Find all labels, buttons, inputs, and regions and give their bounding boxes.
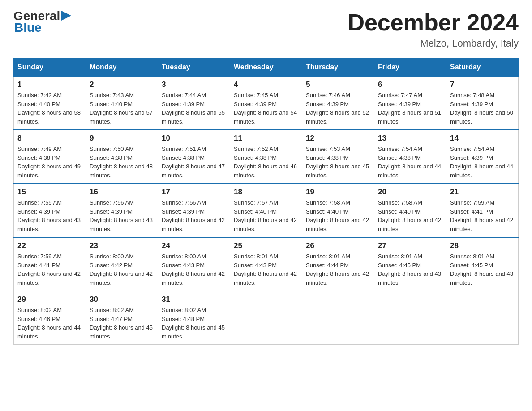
- logo-triangle-icon: [61, 11, 71, 21]
- day-number: 9: [90, 134, 154, 143]
- day-info: Sunrise: 8:02 AMSunset: 4:47 PMDaylight:…: [90, 306, 154, 341]
- day-info: Sunrise: 7:56 AMSunset: 4:39 PMDaylight:…: [90, 198, 154, 233]
- calendar-cell: 30 Sunrise: 8:02 AMSunset: 4:47 PMDaylig…: [86, 291, 158, 345]
- calendar-cell: 13 Sunrise: 7:54 AMSunset: 4:38 PMDaylig…: [374, 130, 446, 184]
- calendar-cell: 14 Sunrise: 7:54 AMSunset: 4:39 PMDaylig…: [446, 130, 519, 184]
- day-info: Sunrise: 7:58 AMSunset: 4:40 PMDaylight:…: [306, 198, 370, 233]
- logo: General Blue: [13, 9, 71, 35]
- calendar-cell: 21 Sunrise: 7:59 AMSunset: 4:41 PMDaylig…: [446, 184, 519, 237]
- day-info: Sunrise: 7:59 AMSunset: 4:41 PMDaylight:…: [17, 252, 82, 287]
- day-number: 17: [162, 188, 226, 197]
- calendar-week-row: 15 Sunrise: 7:55 AMSunset: 4:39 PMDaylig…: [14, 184, 519, 237]
- day-number: 5: [306, 80, 370, 89]
- calendar-week-row: 8 Sunrise: 7:49 AMSunset: 4:38 PMDayligh…: [14, 130, 519, 184]
- calendar-cell: 4 Sunrise: 7:45 AMSunset: 4:39 PMDayligh…: [230, 76, 302, 130]
- calendar-cell: 18 Sunrise: 7:57 AMSunset: 4:40 PMDaylig…: [230, 184, 302, 237]
- calendar-title: December 2024: [348, 9, 519, 36]
- calendar-week-row: 29 Sunrise: 8:02 AMSunset: 4:46 PMDaylig…: [14, 291, 519, 345]
- calendar-cell: 8 Sunrise: 7:49 AMSunset: 4:38 PMDayligh…: [14, 130, 86, 184]
- column-header-thursday: Thursday: [302, 59, 374, 77]
- day-info: Sunrise: 8:01 AMSunset: 4:45 PMDaylight:…: [450, 252, 515, 287]
- calendar-cell: 3 Sunrise: 7:44 AMSunset: 4:39 PMDayligh…: [158, 76, 230, 130]
- calendar-cell: 29 Sunrise: 8:02 AMSunset: 4:46 PMDaylig…: [14, 291, 86, 345]
- day-number: 18: [234, 188, 298, 197]
- day-info: Sunrise: 7:55 AMSunset: 4:39 PMDaylight:…: [17, 198, 82, 233]
- calendar-cell: 9 Sunrise: 7:50 AMSunset: 4:38 PMDayligh…: [86, 130, 158, 184]
- day-info: Sunrise: 7:57 AMSunset: 4:40 PMDaylight:…: [234, 198, 298, 233]
- day-number: 13: [378, 134, 442, 143]
- day-info: Sunrise: 7:47 AMSunset: 4:39 PMDaylight:…: [378, 91, 442, 126]
- day-number: 28: [450, 241, 515, 250]
- title-section: December 2024 Melzo, Lombardy, Italy: [348, 9, 519, 49]
- day-number: 20: [378, 188, 442, 197]
- day-number: 15: [17, 188, 82, 197]
- day-number: 21: [450, 188, 515, 197]
- calendar-cell: 6 Sunrise: 7:47 AMSunset: 4:39 PMDayligh…: [374, 76, 446, 130]
- day-number: 1: [17, 80, 82, 89]
- day-info: Sunrise: 7:54 AMSunset: 4:38 PMDaylight:…: [378, 145, 442, 180]
- day-info: Sunrise: 8:01 AMSunset: 4:45 PMDaylight:…: [378, 252, 442, 287]
- day-number: 3: [162, 80, 226, 89]
- calendar-cell: 17 Sunrise: 7:56 AMSunset: 4:39 PMDaylig…: [158, 184, 230, 237]
- day-number: 12: [306, 134, 370, 143]
- logo-blue-text: Blue: [14, 21, 42, 35]
- day-info: Sunrise: 8:00 AMSunset: 4:42 PMDaylight:…: [90, 252, 154, 287]
- day-number: 30: [90, 295, 154, 304]
- day-number: 10: [162, 134, 226, 143]
- day-number: 22: [17, 241, 82, 250]
- day-number: 29: [17, 295, 82, 304]
- column-header-friday: Friday: [374, 59, 446, 77]
- calendar-week-row: 1 Sunrise: 7:42 AMSunset: 4:40 PMDayligh…: [14, 76, 519, 130]
- day-number: 6: [378, 80, 442, 89]
- day-number: 24: [162, 241, 226, 250]
- calendar-cell: 15 Sunrise: 7:55 AMSunset: 4:39 PMDaylig…: [14, 184, 86, 237]
- day-number: 23: [90, 241, 154, 250]
- day-info: Sunrise: 7:53 AMSunset: 4:38 PMDaylight:…: [306, 145, 370, 180]
- calendar-cell: 28 Sunrise: 8:01 AMSunset: 4:45 PMDaylig…: [446, 237, 519, 291]
- calendar-table: SundayMondayTuesdayWednesdayThursdayFrid…: [13, 58, 519, 345]
- day-number: 26: [306, 241, 370, 250]
- calendar-header-row: SundayMondayTuesdayWednesdayThursdayFrid…: [14, 59, 519, 77]
- day-info: Sunrise: 7:52 AMSunset: 4:38 PMDaylight:…: [234, 145, 298, 180]
- day-number: 19: [306, 188, 370, 197]
- calendar-cell: 25 Sunrise: 8:01 AMSunset: 4:43 PMDaylig…: [230, 237, 302, 291]
- day-info: Sunrise: 7:42 AMSunset: 4:40 PMDaylight:…: [17, 91, 82, 126]
- calendar-cell: 24 Sunrise: 8:00 AMSunset: 4:43 PMDaylig…: [158, 237, 230, 291]
- day-info: Sunrise: 7:46 AMSunset: 4:39 PMDaylight:…: [306, 91, 370, 126]
- day-number: 31: [162, 295, 226, 304]
- calendar-cell: [302, 291, 374, 345]
- day-info: Sunrise: 7:43 AMSunset: 4:40 PMDaylight:…: [90, 91, 154, 126]
- calendar-cell: 11 Sunrise: 7:52 AMSunset: 4:38 PMDaylig…: [230, 130, 302, 184]
- calendar-cell: 26 Sunrise: 8:01 AMSunset: 4:44 PMDaylig…: [302, 237, 374, 291]
- day-info: Sunrise: 8:02 AMSunset: 4:46 PMDaylight:…: [17, 306, 82, 341]
- day-info: Sunrise: 7:54 AMSunset: 4:39 PMDaylight:…: [450, 145, 515, 180]
- day-info: Sunrise: 7:45 AMSunset: 4:39 PMDaylight:…: [234, 91, 298, 126]
- calendar-cell: 19 Sunrise: 7:58 AMSunset: 4:40 PMDaylig…: [302, 184, 374, 237]
- day-info: Sunrise: 7:56 AMSunset: 4:39 PMDaylight:…: [162, 198, 226, 233]
- calendar-cell: 5 Sunrise: 7:46 AMSunset: 4:39 PMDayligh…: [302, 76, 374, 130]
- calendar-subtitle: Melzo, Lombardy, Italy: [348, 38, 519, 49]
- calendar-cell: 10 Sunrise: 7:51 AMSunset: 4:38 PMDaylig…: [158, 130, 230, 184]
- calendar-cell: 2 Sunrise: 7:43 AMSunset: 4:40 PMDayligh…: [86, 76, 158, 130]
- column-header-monday: Monday: [86, 59, 158, 77]
- day-number: 14: [450, 134, 515, 143]
- day-number: 8: [17, 134, 82, 143]
- day-info: Sunrise: 7:59 AMSunset: 4:41 PMDaylight:…: [450, 198, 515, 233]
- day-info: Sunrise: 7:48 AMSunset: 4:39 PMDaylight:…: [450, 91, 515, 126]
- day-info: Sunrise: 8:01 AMSunset: 4:43 PMDaylight:…: [234, 252, 298, 287]
- calendar-cell: [374, 291, 446, 345]
- day-number: 25: [234, 241, 298, 250]
- column-header-tuesday: Tuesday: [158, 59, 230, 77]
- day-number: 4: [234, 80, 298, 89]
- calendar-cell: 22 Sunrise: 7:59 AMSunset: 4:41 PMDaylig…: [14, 237, 86, 291]
- day-info: Sunrise: 7:44 AMSunset: 4:39 PMDaylight:…: [162, 91, 226, 126]
- day-number: 2: [90, 80, 154, 89]
- calendar-cell: 12 Sunrise: 7:53 AMSunset: 4:38 PMDaylig…: [302, 130, 374, 184]
- calendar-cell: 23 Sunrise: 8:00 AMSunset: 4:42 PMDaylig…: [86, 237, 158, 291]
- calendar-cell: 7 Sunrise: 7:48 AMSunset: 4:39 PMDayligh…: [446, 76, 519, 130]
- calendar-cell: 16 Sunrise: 7:56 AMSunset: 4:39 PMDaylig…: [86, 184, 158, 237]
- day-info: Sunrise: 8:01 AMSunset: 4:44 PMDaylight:…: [306, 252, 370, 287]
- calendar-week-row: 22 Sunrise: 7:59 AMSunset: 4:41 PMDaylig…: [14, 237, 519, 291]
- day-number: 11: [234, 134, 298, 143]
- day-info: Sunrise: 8:02 AMSunset: 4:48 PMDaylight:…: [162, 306, 226, 341]
